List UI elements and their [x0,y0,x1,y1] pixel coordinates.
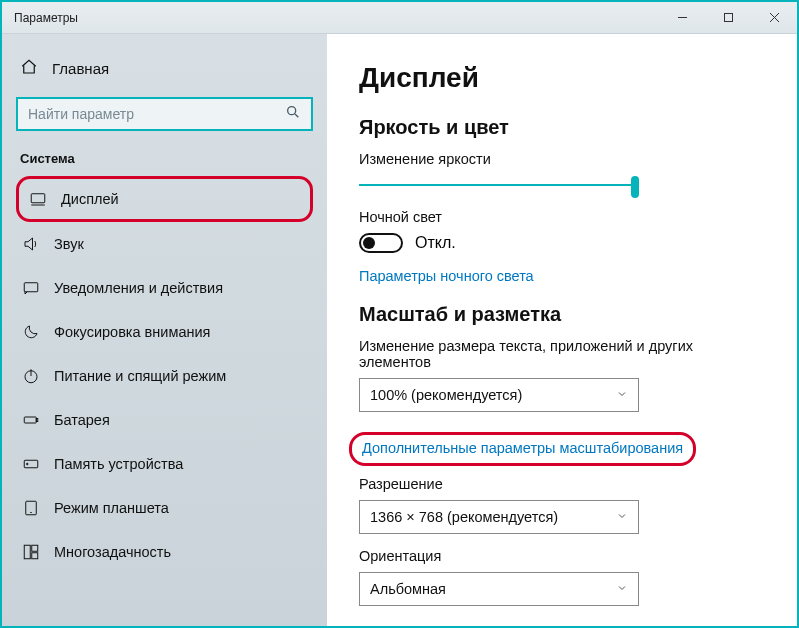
sidebar-item-battery[interactable]: Батарея [16,398,313,442]
close-button[interactable] [751,2,797,34]
resolution-label: Разрешение [359,476,765,492]
monitor-icon [29,190,47,208]
toggle-knob [363,237,375,249]
sidebar-item-label: Батарея [54,412,110,428]
slider-track [359,184,639,186]
brightness-heading: Яркость и цвет [359,116,765,139]
scale-size-select[interactable]: 100% (рекомендуется) [359,378,639,412]
scale-size-label: Изменение размера текста, приложений и д… [359,338,765,370]
brightness-label: Изменение яркости [359,151,765,167]
page-title: Дисплей [359,62,765,94]
resolution-value: 1366 × 768 (рекомендуется) [370,509,558,525]
home-link[interactable]: Главная [16,52,313,97]
speaker-icon [22,235,40,253]
home-label: Главная [52,60,109,77]
battery-icon [22,411,40,429]
sidebar-item-sound[interactable]: Звук [16,222,313,266]
svg-point-4 [288,107,296,115]
svg-rect-18 [32,545,38,551]
night-light-settings-link[interactable]: Параметры ночного света [359,268,534,284]
advanced-scaling-link[interactable]: Дополнительные параметры масштабирования [362,440,683,456]
night-light-label: Ночной свет [359,209,765,225]
storage-icon [22,455,40,473]
sidebar-item-storage[interactable]: Память устройства [16,442,313,486]
highlight-advanced-scaling: Дополнительные параметры масштабирования [349,432,696,466]
brightness-slider[interactable] [359,175,639,197]
main-panel: Дисплей Яркость и цвет Изменение яркости… [327,34,797,626]
sidebar-item-label: Многозадачность [54,544,171,560]
svg-rect-8 [24,283,38,292]
svg-rect-17 [24,545,30,559]
svg-rect-12 [36,419,38,422]
svg-point-14 [27,463,29,465]
sidebar-item-label: Уведомления и действия [54,280,223,296]
highlight-display: Дисплей [16,176,313,222]
svg-rect-6 [31,194,45,203]
scale-heading: Масштаб и разметка [359,303,765,326]
search-icon [285,104,301,124]
titlebar: Параметры [2,2,797,34]
sidebar-item-label: Режим планшета [54,500,169,516]
scale-size-value: 100% (рекомендуется) [370,387,522,403]
svg-rect-11 [24,417,36,423]
sidebar-item-power[interactable]: Питание и спящий режим [16,354,313,398]
power-icon [22,367,40,385]
sidebar-item-label: Дисплей [61,191,119,207]
sidebar: Главная Система Дисплей Звук Уведомления… [2,34,327,626]
sidebar-item-tablet[interactable]: Режим планшета [16,486,313,530]
sidebar-item-notifications[interactable]: Уведомления и действия [16,266,313,310]
sidebar-item-focus[interactable]: Фокусировка внимания [16,310,313,354]
orientation-label: Ориентация [359,548,765,564]
message-icon [22,279,40,297]
window-title: Параметры [14,11,659,25]
chevron-down-icon [616,581,628,597]
sidebar-item-label: Фокусировка внимания [54,324,210,340]
sidebar-item-multitask[interactable]: Многозадачность [16,530,313,574]
multitask-icon [22,543,40,561]
sidebar-item-label: Звук [54,236,84,252]
night-light-toggle[interactable] [359,233,403,253]
sidebar-item-label: Питание и спящий режим [54,368,226,384]
orientation-value: Альбомная [370,581,446,597]
chevron-down-icon [616,387,628,403]
chevron-down-icon [616,509,628,525]
tablet-icon [22,499,40,517]
slider-thumb[interactable] [631,176,639,198]
search-input[interactable] [28,106,285,122]
orientation-select[interactable]: Альбомная [359,572,639,606]
moon-icon [22,323,40,341]
svg-rect-19 [32,553,38,559]
svg-line-5 [295,114,298,117]
sidebar-item-label: Память устройства [54,456,183,472]
svg-rect-1 [724,14,732,22]
search-input-container[interactable] [16,97,313,131]
home-icon [20,58,38,79]
section-label: Система [16,151,313,166]
sidebar-item-display[interactable]: Дисплей [23,181,306,217]
resolution-select[interactable]: 1366 × 768 (рекомендуется) [359,500,639,534]
night-light-state: Откл. [415,234,456,252]
maximize-button[interactable] [705,2,751,34]
minimize-button[interactable] [659,2,705,34]
